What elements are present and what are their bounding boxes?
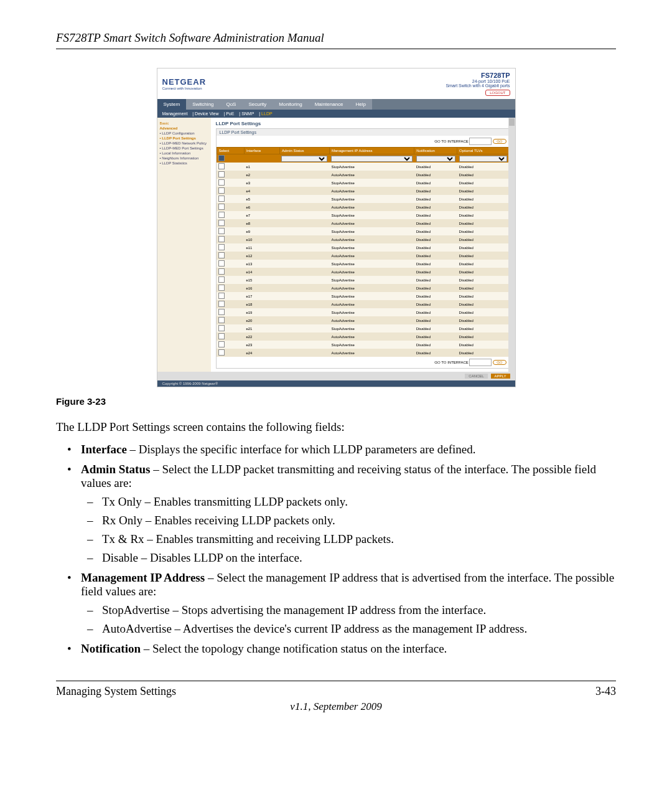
copyright: Copyright © 1996-2009 Netgear®: [157, 380, 515, 387]
tab-qos[interactable]: QoS: [220, 99, 242, 110]
row-checkbox[interactable]: [218, 252, 225, 258]
go-button[interactable]: GO: [493, 139, 506, 144]
goto-input[interactable]: [469, 138, 492, 145]
row-checkbox[interactable]: [218, 236, 225, 242]
cell-interface: e20: [244, 316, 279, 324]
cell-mgmt: StopAdvertise: [329, 260, 414, 268]
cell-tlv: Disabled: [457, 341, 509, 349]
table-row: e21StopAdvertiseDisabledDisabled: [217, 324, 509, 333]
sidebar-item[interactable]: • LLDP-MED Port Settings: [160, 146, 208, 151]
cell-notif: Disabled: [414, 227, 457, 235]
tab-help[interactable]: Help: [350, 99, 372, 110]
row-checkbox[interactable]: [218, 276, 225, 283]
subtab-lldp[interactable]: LLDP: [261, 111, 273, 116]
cell-mgmt: AutoAdvertise: [329, 284, 414, 292]
logout-button[interactable]: LOGOUT: [485, 90, 510, 96]
row-checkbox[interactable]: [218, 260, 225, 267]
filter-mgmt[interactable]: [331, 156, 412, 162]
sidebar-item[interactable]: • LLDP Port Settings: [160, 136, 208, 141]
row-checkbox[interactable]: [218, 341, 225, 347]
cell-tlv: Disabled: [457, 292, 509, 300]
tab-monitoring[interactable]: Monitoring: [273, 99, 308, 110]
sidebar-item[interactable]: • Local Information: [160, 151, 208, 156]
sidebar-item[interactable]: • Neighbors Information: [160, 156, 208, 161]
subtab-management[interactable]: Management: [162, 111, 188, 116]
row-checkbox[interactable]: [218, 187, 225, 194]
cell-interface: e23: [244, 341, 279, 349]
tab-system[interactable]: System: [157, 99, 187, 110]
cell-mgmt: AutoAdvertise: [329, 252, 414, 260]
cell-interface: e9: [244, 227, 279, 235]
cell-tlv: Disabled: [457, 235, 509, 243]
row-checkbox[interactable]: [218, 171, 225, 177]
row-checkbox[interactable]: [218, 212, 225, 218]
row-checkbox[interactable]: [218, 228, 225, 234]
sidebar-item[interactable]: • LLDP-MED Network Policy: [160, 141, 208, 146]
cell-interface: e6: [244, 203, 279, 211]
subtab-poe[interactable]: PoE: [226, 111, 234, 116]
row-checkbox[interactable]: [218, 244, 225, 250]
goto-top: GO TO INTERFACE GO: [217, 136, 510, 147]
cell-mgmt: AutoAdvertise: [329, 300, 414, 308]
col-header: Interface: [244, 148, 279, 154]
cell-mgmt: StopAdvertise: [329, 163, 414, 171]
table-row: e14AutoAdvertiseDisabledDisabled: [217, 268, 509, 276]
scrollbar[interactable]: [508, 118, 515, 372]
row-checkbox[interactable]: [218, 349, 225, 356]
apply-button[interactable]: APPLY: [491, 374, 510, 379]
row-checkbox[interactable]: [218, 204, 225, 210]
table-row: e20AutoAdvertiseDisabledDisabled: [217, 316, 509, 324]
row-checkbox[interactable]: [218, 268, 225, 275]
cell-mgmt: StopAdvertise: [329, 179, 414, 187]
row-checkbox[interactable]: [218, 325, 225, 331]
page-footer: Managing System Settings3-43: [56, 681, 616, 698]
tab-security[interactable]: Security: [242, 99, 273, 110]
cell-tlv: Disabled: [457, 187, 509, 195]
goto-input[interactable]: [469, 359, 492, 366]
cancel-button[interactable]: CANCEL: [465, 374, 487, 379]
cell-interface: e18: [244, 300, 279, 308]
row-checkbox[interactable]: [218, 333, 225, 339]
row-checkbox[interactable]: [218, 196, 225, 202]
cell-tlv: Disabled: [457, 308, 509, 316]
page-header: FS728TP Smart Switch Software Administra…: [56, 31, 616, 49]
filter-admin[interactable]: [281, 156, 327, 162]
go-button[interactable]: GO: [493, 360, 506, 365]
cell-interface: e10: [244, 235, 279, 243]
sidebar-item[interactable]: • LLDP Statistics: [160, 161, 208, 166]
cell-mgmt: AutoAdvertise: [329, 187, 414, 195]
row-checkbox[interactable]: [218, 179, 225, 186]
sidebar-item[interactable]: • LLDP Configuration: [160, 131, 208, 136]
subtab-snmp[interactable]: SNMP: [241, 111, 254, 116]
row-checkbox[interactable]: [218, 301, 225, 307]
filter-tlv[interactable]: [459, 156, 507, 162]
cell-notif: Disabled: [414, 333, 457, 341]
sidebar-item[interactable]: Advanced: [160, 126, 208, 131]
cell-notif: Disabled: [414, 284, 457, 292]
row-checkbox[interactable]: [218, 163, 225, 169]
filter-notif[interactable]: [416, 156, 455, 162]
tab-switching[interactable]: Switching: [186, 99, 220, 110]
cell-interface: e2: [244, 171, 279, 179]
cell-tlv: Disabled: [457, 349, 509, 357]
row-checkbox[interactable]: [218, 220, 225, 226]
subtab-device-view[interactable]: Device View: [195, 111, 218, 116]
sidebar-item[interactable]: Basic: [160, 121, 208, 126]
product-info: FS728TP24-port 10/100 PoE Smart Switch w…: [446, 72, 510, 96]
cell-mgmt: AutoAdvertise: [329, 349, 414, 357]
cell-tlv: Disabled: [457, 268, 509, 276]
row-checkbox[interactable]: [218, 285, 225, 291]
cell-notif: Disabled: [414, 211, 457, 219]
cell-interface: e8: [244, 219, 279, 227]
table-row: e1StopAdvertiseDisabledDisabled: [217, 163, 509, 171]
cell-interface: e4: [244, 187, 279, 195]
col-header: Management IP Address: [329, 148, 414, 154]
row-checkbox[interactable]: [218, 309, 225, 315]
tab-maintenance[interactable]: Maintenance: [309, 99, 350, 110]
row-checkbox[interactable]: [218, 293, 225, 299]
select-all-checkbox[interactable]: [218, 155, 225, 161]
table-row: e12AutoAdvertiseDisabledDisabled: [217, 252, 509, 260]
cell-interface: e19: [244, 308, 279, 316]
cell-tlv: Disabled: [457, 276, 509, 284]
row-checkbox[interactable]: [218, 317, 225, 323]
